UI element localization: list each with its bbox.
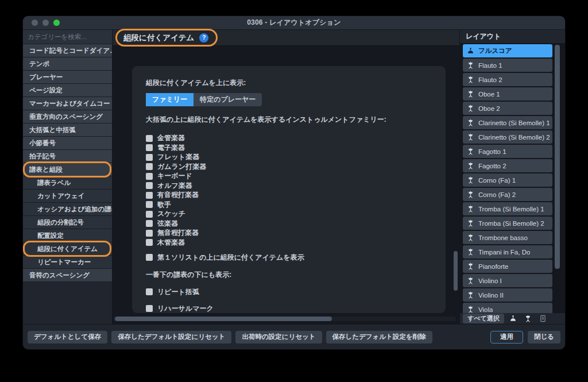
category-item[interactable]: 譜表ラベル bbox=[23, 176, 112, 190]
apply-button[interactable]: 適用 bbox=[490, 331, 523, 344]
layout-row[interactable]: Trombone basso bbox=[463, 231, 552, 244]
family-checkbox-row[interactable]: スケッチ bbox=[146, 210, 432, 218]
checkbox-unchecked[interactable] bbox=[146, 154, 153, 161]
checkbox-label: キーボード bbox=[157, 171, 192, 181]
layout-row[interactable]: Clarinetto (Si Bemolle) 2 bbox=[463, 130, 552, 144]
horizontal-scrollbar-track[interactable] bbox=[114, 317, 456, 321]
category-item[interactable]: 垂直方向のスペーシング bbox=[23, 110, 112, 124]
layout-row[interactable]: Viola bbox=[463, 303, 552, 313]
layout-row[interactable]: Pianoforte bbox=[463, 260, 552, 273]
segment-button[interactable]: ファミリー bbox=[146, 93, 194, 106]
below-checkbox-row[interactable]: リハーサルマーク bbox=[146, 305, 432, 312]
segment-button[interactable]: 特定のプレーヤー bbox=[194, 93, 262, 106]
category-item[interactable]: 大括弧と中括弧 bbox=[23, 124, 112, 137]
layout-row[interactable]: Oboe 2 bbox=[463, 102, 552, 115]
checkbox-unchecked[interactable] bbox=[146, 254, 153, 261]
category-item[interactable]: 拍子記号 bbox=[23, 150, 112, 163]
filter-custom-score-button[interactable] bbox=[537, 314, 549, 323]
family-checkbox-row[interactable]: 歌手 bbox=[146, 201, 432, 209]
close-button[interactable]: 閉じる bbox=[528, 331, 560, 344]
layouts-list: フルスコア bbox=[463, 44, 552, 313]
checkbox-unchecked[interactable] bbox=[146, 173, 153, 180]
checkbox-unchecked[interactable] bbox=[146, 144, 153, 151]
layout-row[interactable]: Flauto 2 bbox=[463, 73, 552, 86]
layout-row[interactable]: Flauto 1 bbox=[463, 59, 552, 72]
family-checkbox-row[interactable]: 金管楽器 bbox=[146, 134, 432, 142]
layout-row[interactable]: Violino I bbox=[463, 274, 552, 287]
family-checkbox-row[interactable]: ガムラン打楽器 bbox=[146, 163, 432, 171]
layout-row[interactable]: Timpani in Fa, Do bbox=[463, 245, 552, 258]
category-item[interactable]: カットアウェイ bbox=[23, 190, 112, 203]
defaults-button[interactable]: 保存したデフォルト設定にリセット bbox=[111, 331, 231, 344]
layout-row[interactable]: Fagotto 2 bbox=[463, 159, 552, 172]
checkbox-unchecked[interactable] bbox=[146, 288, 153, 295]
checkbox-unchecked[interactable] bbox=[146, 192, 153, 199]
help-icon[interactable]: ? bbox=[199, 33, 208, 43]
layout-row[interactable]: Corno (Fa) 1 bbox=[463, 173, 552, 187]
defaults-button[interactable]: 保存したデフォルト設定を削除 bbox=[326, 331, 432, 344]
music-stand-icon bbox=[467, 205, 474, 213]
checkbox-unchecked[interactable] bbox=[146, 220, 153, 227]
family-checkbox-row[interactable]: 弦楽器 bbox=[146, 220, 432, 227]
music-stand-icon bbox=[467, 234, 474, 241]
category-item-label: マーカーおよびタイムコード bbox=[23, 99, 112, 108]
full-score-icon bbox=[509, 315, 517, 322]
category-item[interactable]: 配置設定 bbox=[23, 229, 112, 242]
checkbox-unchecked[interactable] bbox=[146, 201, 153, 208]
checkbox-unchecked[interactable] bbox=[146, 230, 153, 237]
layouts-list-area: フルスコア bbox=[460, 43, 565, 313]
family-checkbox-row[interactable]: 無音程打楽器 bbox=[146, 229, 432, 237]
family-checkbox-row[interactable]: 有音程打楽器 bbox=[146, 191, 432, 199]
category-item[interactable]: リピートマーカー bbox=[23, 256, 112, 269]
category-item[interactable]: 組段の分割記号 bbox=[23, 216, 112, 229]
filter-full-score-button[interactable] bbox=[508, 314, 519, 323]
layout-row[interactable]: Oboe 1 bbox=[463, 87, 552, 101]
defaults-button[interactable]: デフォルトとして保存 bbox=[28, 331, 107, 344]
horizontal-scrollbar-thumb[interactable] bbox=[115, 317, 332, 321]
checkbox-unchecked[interactable] bbox=[146, 182, 153, 189]
category-item[interactable]: マーカーおよびタイムコード bbox=[23, 97, 112, 110]
layout-row[interactable]: Tromba (Si Bemolle) 1 bbox=[463, 202, 552, 215]
family-checkbox-row[interactable]: オルフ楽器 bbox=[146, 182, 432, 190]
layouts-scrollbar-thumb[interactable] bbox=[555, 45, 560, 269]
category-search-input[interactable] bbox=[23, 30, 112, 44]
checkbox-unchecked[interactable] bbox=[146, 163, 153, 170]
family-checkbox-row[interactable]: 木管楽器 bbox=[146, 239, 432, 246]
families-label: 大括弧の上に組段に付くアイテムを表示するインストゥルメントファミリー: bbox=[146, 115, 432, 125]
vertical-scrollbar-thumb[interactable] bbox=[454, 251, 458, 291]
category-item[interactable]: 小節番号 bbox=[23, 137, 112, 150]
checkbox-unchecked[interactable] bbox=[146, 135, 153, 142]
family-checkbox-row[interactable]: フレット楽器 bbox=[146, 153, 432, 161]
layout-row[interactable]: Corno (Fa) 2 bbox=[463, 188, 552, 201]
category-item[interactable]: ページ設定 bbox=[23, 84, 112, 97]
options-scroll-area: 組段に付くアイテムを上に表示: ファミリー特定のプレーヤー 大括弧の上に組段に付… bbox=[113, 46, 459, 324]
below-checkbox-list: リピート括弧 リハーサルマーク bbox=[146, 288, 432, 312]
category-item[interactable]: テンポ bbox=[23, 57, 112, 71]
checkbox-unchecked[interactable] bbox=[146, 211, 153, 218]
layout-row[interactable]: フルスコア bbox=[463, 44, 552, 57]
layout-name: Corno (Fa) 1 bbox=[478, 177, 516, 184]
filter-parts-button[interactable] bbox=[523, 314, 534, 323]
checkbox-unchecked[interactable] bbox=[146, 305, 153, 312]
below-checkbox-row[interactable]: リピート括弧 bbox=[146, 288, 432, 296]
category-item[interactable]: オッシアおよび追加の譜表 bbox=[23, 203, 112, 216]
layouts-footer: すべて選択 bbox=[460, 313, 565, 324]
layout-row[interactable]: Clarinetto (Si Bemolle) 1 bbox=[463, 116, 552, 129]
category-item[interactable]: 譜表と組段 bbox=[23, 163, 112, 176]
select-all-button[interactable]: すべて選択 bbox=[463, 314, 504, 323]
music-stand-icon bbox=[467, 119, 474, 126]
layout-name: Trombone basso bbox=[478, 234, 528, 241]
defaults-button[interactable]: 出荷時の設定にリセット bbox=[235, 331, 322, 344]
layout-row[interactable]: Tromba (Si Bemolle) 2 bbox=[463, 217, 552, 230]
layout-row[interactable]: Fagotto 1 bbox=[463, 145, 552, 158]
family-checkbox-row[interactable]: 電子楽器 bbox=[146, 144, 432, 152]
category-item[interactable]: 音符のスペーシング bbox=[23, 269, 112, 282]
checkbox-unchecked[interactable] bbox=[146, 239, 153, 246]
layout-row[interactable]: Violino II bbox=[463, 288, 552, 302]
category-item[interactable]: 組段に付くアイテム bbox=[23, 242, 112, 256]
family-checkbox-row[interactable]: キーボード bbox=[146, 172, 432, 180]
category-item[interactable]: プレーヤー bbox=[23, 71, 112, 84]
category-item[interactable]: コード記号とコードダイア… bbox=[23, 44, 112, 57]
soloist-checkbox-row[interactable]: 第１ソリストの上に組段に付くアイテムを表示 bbox=[146, 254, 432, 261]
family-checkbox-list: 金管楽器 電子楽器 フレット楽器 ガムラン打楽器 bbox=[146, 134, 432, 246]
